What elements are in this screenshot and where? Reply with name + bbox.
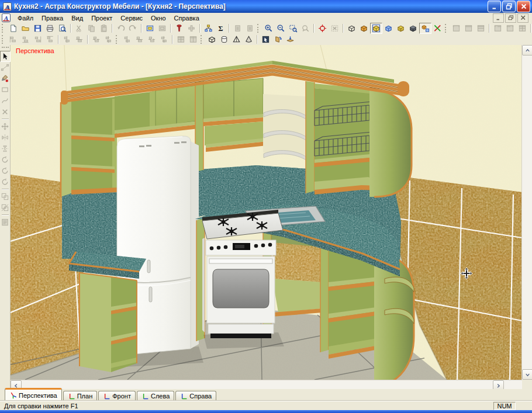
printer-icon	[46, 24, 54, 33]
toolbar-button-view-blue[interactable]	[382, 23, 395, 34]
toolbar-button-print[interactable]	[44, 23, 56, 34]
toolbar-separator	[313, 24, 315, 33]
toolbar-button-print-preview[interactable]	[56, 23, 68, 34]
toolbar-button-undo	[115, 23, 127, 34]
toolbar-button-move	[0, 121, 11, 132]
toolbar-button-shape-cone[interactable]	[243, 34, 255, 45]
toolbar-grip[interactable]	[2, 24, 5, 33]
toolbar-button-view-solid[interactable]	[358, 23, 370, 34]
toolbar-button-save[interactable]	[32, 23, 44, 34]
spyr-icon	[232, 35, 241, 44]
toolbar-grip[interactable]	[2, 35, 5, 44]
toolbar-grip[interactable]	[2, 47, 9, 50]
tab-right-view[interactable]: Справа	[175, 391, 216, 401]
toolbar-grip[interactable]	[445, 24, 448, 33]
close-icon	[520, 3, 527, 10]
cubepanel-icon	[421, 24, 430, 33]
al0-icon	[9, 35, 18, 44]
toolbar-separator	[141, 24, 142, 33]
toolbar-button-mirror-h	[0, 132, 11, 143]
toolbar-separator	[530, 24, 531, 33]
tab-plan[interactable]: План	[63, 391, 98, 401]
corner-shelves[interactable]	[263, 94, 307, 161]
menu-item-window[interactable]: Окно	[147, 14, 170, 22]
toolbar-button-move-plane[interactable]	[284, 34, 296, 45]
vertical-scrollbar[interactable]	[521, 45, 532, 380]
toolbar-button-shape-box[interactable]	[206, 34, 218, 45]
undo-icon	[116, 24, 125, 33]
rarrow-icon	[1, 52, 9, 61]
toolbar-button-new[interactable]	[7, 23, 19, 34]
toolbar-separator	[229, 24, 230, 33]
menu-item-service[interactable]: Сервис	[116, 14, 147, 22]
toolbar-separator	[489, 24, 490, 33]
toolbar-button-select-solid[interactable]	[260, 34, 272, 45]
menu-item-project[interactable]: Проект	[87, 14, 116, 22]
mdi-restore-button[interactable]	[505, 13, 516, 23]
tab-left-view[interactable]: Слева	[137, 391, 174, 401]
toolbar-button-shape-pyramid[interactable]	[230, 34, 243, 45]
app-icon: A	[3, 2, 12, 11]
toolbar-separator	[2, 189, 9, 190]
menu-item-edit[interactable]: Правка	[37, 14, 67, 22]
toolbar-button-zoom-window[interactable]	[287, 23, 299, 34]
minimize-button[interactable]	[488, 1, 501, 12]
toolbar-grip[interactable]	[201, 35, 203, 44]
toolbar-button-fasteners[interactable]	[173, 23, 185, 34]
toolbar-button-view-solid-edges[interactable]	[370, 23, 382, 34]
toolbar-button-paste	[98, 23, 110, 34]
horizontal-scrollbar[interactable]	[11, 380, 522, 390]
toolbar-grip[interactable]	[116, 35, 119, 44]
cubeblue-icon	[384, 24, 393, 33]
toolbar-button-view-shaded[interactable]	[407, 23, 419, 34]
toolbar-button-center-view[interactable]	[316, 23, 329, 34]
vscroll-track[interactable]	[522, 55, 532, 369]
hscroll-track[interactable]	[22, 380, 493, 390]
scyl-icon	[220, 35, 229, 44]
toolbar-button-rotate-part[interactable]	[272, 34, 284, 45]
hscroll-corner	[504, 380, 522, 390]
mdi-close-button[interactable]	[517, 13, 528, 23]
toolbar-button-ungroup	[0, 202, 11, 213]
al2-icon	[33, 35, 42, 44]
zout-icon	[277, 24, 285, 33]
toolbar-button-view-textured[interactable]	[395, 23, 407, 34]
viewport-3d[interactable]: Перспектива	[11, 45, 522, 380]
menu-item-file[interactable]: Файл	[13, 14, 37, 22]
rrot-icon	[1, 155, 9, 164]
toolbar-button-calc-sum[interactable]: Σ	[215, 23, 227, 34]
preview-icon	[58, 24, 67, 33]
toolbar-button-edit-material[interactable]	[144, 23, 156, 34]
toolbar-button-view-axes[interactable]	[431, 23, 444, 34]
toolbar-button-zoom-out[interactable]	[275, 23, 287, 34]
toolbar-button-open[interactable]	[19, 23, 32, 34]
toolbar-button-structure[interactable]	[202, 23, 215, 34]
toolbar-button-view-panel[interactable]	[419, 23, 431, 34]
mdi-minimize-button[interactable]	[493, 13, 504, 23]
zdyn-icon	[301, 24, 310, 33]
toolbar-standard: Σ	[0, 23, 532, 34]
toolbar-button-zoom-in[interactable]	[262, 23, 275, 34]
win5-icon	[177, 35, 185, 44]
toolbar-button-paint-texture[interactable]	[0, 73, 11, 84]
scene-3d-view[interactable]	[11, 45, 522, 380]
close-button[interactable]	[517, 1, 530, 12]
tab-label: Перспектива	[19, 392, 57, 399]
tab-perspective[interactable]: Перспектива	[5, 388, 62, 401]
toolbar-grip[interactable]	[257, 24, 260, 33]
menu-item-help[interactable]: Справка	[170, 14, 203, 22]
toolbar-button-delete	[0, 106, 11, 117]
svg-text:Σ: Σ	[219, 25, 223, 33]
toolbar-button-view-wireframe[interactable]	[346, 23, 358, 34]
status-message: Для справки нажмите F1	[1, 402, 491, 409]
menu-item-view[interactable]: Вид	[67, 14, 87, 22]
restore-button[interactable]	[502, 1, 516, 12]
toolbar-button-select[interactable]	[0, 51, 11, 62]
title-bar[interactable]: A Кухня2 - Астра Конструктор Мебели - [К…	[0, 0, 532, 13]
tab-front[interactable]: Фронт	[98, 391, 136, 401]
scroll-down-button[interactable]	[522, 369, 532, 380]
toolbar-button-edit-points	[0, 62, 11, 73]
scroll-up-button[interactable]	[522, 45, 532, 55]
gas-stove[interactable]	[202, 210, 284, 349]
toolbar-button-shape-cylinder[interactable]	[218, 34, 230, 45]
